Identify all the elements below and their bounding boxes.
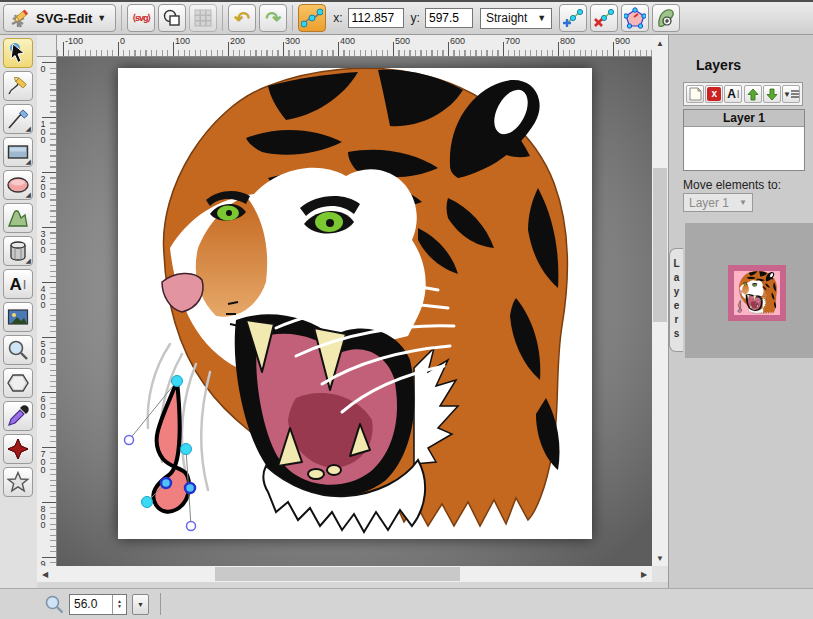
ruler-label: 600 (38, 394, 47, 418)
toolbar-separator (292, 5, 293, 31)
shape-zoom-icon (655, 7, 677, 29)
ruler-corner (37, 35, 57, 57)
red-diamond-icon (6, 437, 30, 461)
ruler-label: 900 (38, 559, 47, 566)
scroll-down-button[interactable]: ▼ (652, 550, 668, 566)
rename-layer-button[interactable]: AI (724, 85, 742, 103)
horizontal-scroll-thumb[interactable] (215, 567, 460, 581)
ruler-label: 700 (38, 449, 47, 473)
ruler-label: 400 (340, 36, 355, 46)
document-thumbnail[interactable] (728, 265, 786, 321)
ruler-label: 800 (38, 504, 47, 528)
flyout-arrow-icon: ◢ (26, 257, 31, 265)
svg-edit-logo-icon (9, 7, 31, 29)
link-control-points-button[interactable] (298, 4, 326, 32)
star-tool-button[interactable] (3, 467, 33, 497)
zoom-preset-dropdown[interactable]: ▼ (132, 594, 149, 615)
spinner-down-icon[interactable]: ▼ (117, 604, 122, 610)
ruler-label: 600 (450, 36, 465, 46)
scroll-left-button[interactable]: ◀ (37, 566, 53, 582)
source-code-button[interactable]: ⟨svg⟩ (127, 4, 155, 32)
zoom-level-input[interactable]: 56.0 ▲ ▼ (69, 594, 127, 615)
shapes-overlap-icon (162, 8, 182, 28)
zoom-magnifier-icon (44, 594, 64, 614)
rect-tool-button[interactable]: ◢ (3, 137, 33, 167)
select-cursor-icon (6, 41, 30, 65)
ruler-label: 400 (38, 284, 47, 308)
ruler-label: 200 (230, 36, 245, 46)
eyedropper-tool-button[interactable] (3, 401, 33, 431)
path-tool-button[interactable] (3, 203, 33, 233)
redo-icon: ↷ (265, 9, 281, 28)
eyedropper-icon (6, 404, 30, 428)
zoom-tool-button[interactable] (3, 335, 33, 365)
open-path-button[interactable] (621, 4, 649, 32)
pencil-tool-button[interactable] (3, 71, 33, 101)
undo-button[interactable]: ↶ (228, 4, 256, 32)
layer-up-icon (747, 88, 759, 101)
ruler-label: 200 (38, 174, 47, 198)
top-toolbar: SVG-Edit ▼ ⟨svg⟩ ↶ (0, 0, 813, 35)
text-tool-button[interactable]: A I (3, 269, 33, 299)
grid-icon (194, 9, 212, 27)
layers-panel-toggle-tab[interactable]: Layers (669, 248, 683, 352)
main-menu-button[interactable]: SVG-Edit ▼ (3, 4, 116, 32)
line-tool-button[interactable]: ◢ (3, 104, 33, 134)
move-elements-select[interactable]: Layer 1 ▼ (683, 193, 753, 212)
shape-tool-button[interactable] (3, 434, 33, 464)
toolbar-separator (222, 5, 223, 31)
delete-node-icon (593, 7, 615, 29)
image-tool-button[interactable] (3, 302, 33, 332)
polygon-tool-button[interactable] (3, 368, 33, 398)
menu-caret-icon: ▼ (97, 13, 106, 23)
move-elements-value: Layer 1 (689, 196, 729, 210)
scroll-right-button[interactable]: ▶ (636, 566, 652, 582)
delete-layer-button[interactable]: x (705, 85, 723, 103)
flyout-arrow-icon: ◢ (26, 125, 31, 133)
new-layer-button[interactable] (686, 85, 704, 103)
ellipse-tool-button[interactable]: ◢ (3, 170, 33, 200)
shape-library-tool-button[interactable]: ◢ (3, 236, 33, 266)
vertical-scroll-thumb[interactable] (653, 168, 667, 322)
svg-canvas[interactable] (118, 68, 592, 539)
svg-edit-app: SVG-Edit ▼ ⟨svg⟩ ↶ (0, 0, 813, 619)
ruler-label: 100 (175, 36, 190, 46)
logo-label: SVG-Edit (36, 11, 92, 26)
y-label: y: (411, 11, 420, 25)
footer-separator (160, 593, 161, 615)
add-node-icon (562, 7, 584, 29)
select-tool-button[interactable] (3, 38, 33, 68)
x-coordinate-input[interactable] (348, 8, 404, 28)
layer-list: Layer 1 (683, 109, 805, 171)
vertical-scrollbar[interactable]: ▲ ▼ (652, 35, 668, 566)
ruler-label: 0 (120, 36, 125, 46)
zoom-spinner[interactable]: ▲ ▼ (112, 595, 126, 614)
redo-button[interactable]: ↷ (259, 4, 287, 32)
ruler-label: 300 (38, 229, 47, 253)
ruler-label: -100 (65, 36, 83, 46)
segment-type-select[interactable]: Straight ▼ (480, 8, 552, 29)
workspace[interactable] (57, 57, 652, 566)
horizontal-scrollbar[interactable]: ◀ ▶ (37, 566, 652, 582)
magnifier-icon (6, 338, 30, 362)
ruler-label: 900 (615, 36, 630, 46)
vertical-ruler: 0100200300400500600700800900 (37, 57, 57, 566)
grid-button[interactable] (189, 4, 217, 32)
text-tool-icon: A (10, 276, 22, 293)
layers-panel: Layers x AI (668, 35, 813, 588)
layer-row-selected[interactable]: Layer 1 (684, 110, 804, 127)
new-layer-icon (689, 87, 702, 101)
move-layer-down-button[interactable] (763, 85, 781, 103)
scroll-up-button[interactable]: ▲ (652, 35, 668, 51)
y-coordinate-input[interactable] (425, 8, 473, 28)
layer-menu-button[interactable]: ▼ (782, 85, 800, 103)
ruler-label: 700 (505, 36, 520, 46)
convert-to-path-button[interactable] (652, 4, 680, 32)
delete-node-button[interactable] (590, 4, 618, 32)
add-node-button[interactable] (559, 4, 587, 32)
move-layer-up-button[interactable] (744, 85, 762, 103)
move-elements-label: Move elements to: (683, 178, 781, 192)
pencil-icon (6, 74, 30, 98)
image-icon (6, 305, 30, 329)
document-properties-button[interactable] (158, 4, 186, 32)
